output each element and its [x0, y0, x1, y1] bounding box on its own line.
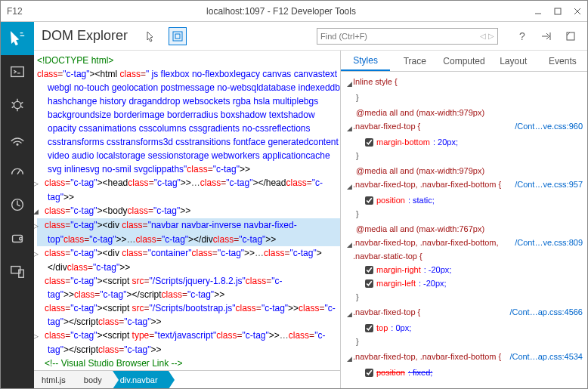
expand-toggle[interactable]: [37, 329, 45, 343]
title-bar: F12 localhost:1097 - F12 Developer Tools: [1, 1, 587, 22]
window-title: localhost:1097 - F12 Developer Tools: [34, 6, 528, 17]
panel-title: DOM Explorer: [42, 28, 128, 44]
highlight-icon[interactable]: [169, 27, 187, 45]
tab-layout[interactable]: Layout: [489, 51, 538, 71]
svg-point-5: [14, 101, 20, 108]
styles-panel[interactable]: Inline style { } @media all and (max-wid…: [341, 72, 587, 388]
svg-rect-1: [555, 8, 561, 14]
selected-node[interactable]: class="c-tag"><div class="navbar navbar-…: [37, 218, 340, 246]
svg-point-10: [20, 237, 23, 240]
profiler-icon[interactable]: [1, 188, 34, 221]
prop-toggle[interactable]: [365, 369, 373, 377]
expand-toggle[interactable]: [37, 247, 45, 261]
tab-events[interactable]: Events: [538, 51, 587, 71]
expand-toggle[interactable]: [37, 205, 45, 218]
tab-computed[interactable]: Computed: [439, 51, 488, 71]
maximize-button[interactable]: [548, 3, 568, 20]
unpin-icon[interactable]: [562, 27, 580, 45]
style-tabs: Styles Trace Computed Layout Events: [341, 51, 587, 72]
prop-toggle[interactable]: [365, 324, 373, 332]
network-icon[interactable]: [1, 122, 34, 155]
toolbar: DOM Explorer ◁ ▷ ?: [34, 22, 587, 51]
svg-point-6: [17, 144, 18, 145]
svg-rect-16: [567, 32, 574, 40]
close-button[interactable]: [568, 3, 587, 20]
source-link[interactable]: /Cont…ve.css:809: [515, 236, 583, 249]
emulation-icon[interactable]: [1, 255, 34, 288]
debugger-icon[interactable]: [1, 88, 34, 122]
source-link[interactable]: /Cont…ve.css:957: [515, 178, 583, 191]
dom-tree[interactable]: <!DOCTYPE html> class="c-tag"><html clas…: [34, 51, 340, 370]
svg-rect-14: [175, 34, 180, 39]
crumb-div[interactable]: div.navbar: [113, 371, 169, 388]
expand-toggle[interactable]: [37, 177, 45, 190]
prop-toggle[interactable]: [365, 266, 373, 274]
source-link[interactable]: /Cont…ap.css:4534: [509, 350, 583, 363]
prop-toggle[interactable]: [365, 138, 373, 147]
svg-rect-13: [173, 32, 182, 41]
svg-rect-4: [11, 67, 24, 77]
tool-sidebar: [1, 22, 34, 388]
prop-toggle[interactable]: [365, 196, 373, 205]
breadcrumb: html.js body div.navbar: [34, 370, 340, 388]
source-link[interactable]: /Cont…ve.css:960: [515, 119, 583, 133]
find-box[interactable]: ◁ ▷: [317, 28, 498, 45]
find-input[interactable]: [320, 32, 480, 41]
f12-badge: F12: [1, 6, 34, 17]
minimize-button[interactable]: [528, 3, 548, 20]
crumb-html[interactable]: html.js: [34, 371, 76, 388]
tab-trace[interactable]: Trace: [390, 51, 439, 71]
expand-toggle[interactable]: [37, 219, 45, 233]
svg-line-7: [17, 170, 20, 174]
source-link[interactable]: /Cont…ap.css:4566: [509, 305, 583, 319]
prop-toggle[interactable]: [365, 279, 373, 288]
console-icon[interactable]: [1, 55, 34, 88]
tab-styles[interactable]: Styles: [341, 51, 390, 71]
performance-icon[interactable]: [1, 155, 34, 188]
step-icon[interactable]: [537, 27, 556, 45]
dom-explorer-icon[interactable]: [1, 22, 34, 55]
find-nav[interactable]: ◁ ▷: [480, 32, 494, 40]
memory-icon[interactable]: [1, 221, 34, 255]
help-button[interactable]: ?: [513, 27, 531, 45]
svg-rect-9: [13, 235, 23, 242]
select-element-icon[interactable]: [143, 27, 161, 45]
